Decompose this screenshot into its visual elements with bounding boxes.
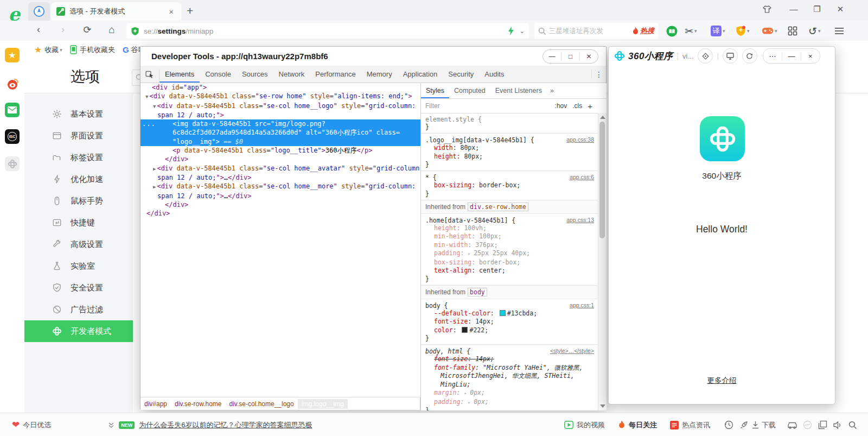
inherited-node-chip[interactable]: div.se-row.home	[468, 203, 528, 211]
code-line[interactable]: </div>	[141, 200, 420, 209]
styles-tab-computed[interactable]: Computed	[449, 84, 490, 98]
class-toggle-button[interactable]: .cls	[572, 102, 582, 110]
code-line[interactable]: "logo__img"> == $0	[141, 137, 420, 146]
devtools-more-icon[interactable]: ⋮	[591, 70, 606, 79]
collapse-chevrons-icon[interactable]	[108, 422, 114, 428]
favorites-dropdown-icon[interactable]: ▾	[60, 47, 62, 53]
style-rule[interactable]: app.css:6* {box-sizing: border-box;}	[421, 171, 598, 200]
css-property[interactable]: text-align: center;	[425, 267, 594, 275]
scissors-dropdown-icon[interactable]: ▾	[694, 28, 697, 34]
devtools-tab-security[interactable]: Security	[443, 66, 479, 83]
miniapp-desktop-icon[interactable]	[723, 48, 738, 64]
css-property[interactable]: min-width: 376px;	[425, 241, 594, 250]
devtools-tab-performance[interactable]: Performance	[310, 66, 361, 83]
css-property[interactable]: width: 80px;	[425, 144, 594, 153]
pseudo-state-button[interactable]: :hov	[555, 102, 567, 110]
style-rule[interactable]: app.css:13.home[data-v-584e45b1] {height…	[421, 214, 598, 286]
code-line[interactable]: <p data-v-584e45b1 class="logo__title">3…	[141, 146, 420, 155]
games-icon[interactable]: ▾	[762, 23, 777, 39]
sidebar-item-shield[interactable]: 安全设置	[24, 277, 133, 299]
speed-mode-lightning-icon[interactable]	[508, 27, 514, 35]
games-dropdown-icon[interactable]: ▾	[775, 28, 777, 34]
favorites-button[interactable]: ★ 收藏 ▾	[34, 45, 62, 55]
breadcrumb-item[interactable]: div#app	[141, 399, 171, 409]
scrollbar-thumb[interactable]	[599, 122, 605, 238]
css-property[interactable]: height: 100vh;	[425, 224, 594, 233]
sidebar-item-flask[interactable]: 实验室	[24, 255, 133, 277]
reading-mode-icon[interactable]	[666, 23, 678, 39]
code-line[interactable]: ...<img data-v-584e45b1 src="img/logo.pn…	[141, 119, 420, 128]
style-rule[interactable]: element.style {}	[421, 113, 598, 134]
breadcrumb-item[interactable]: div.se-row.home	[171, 399, 225, 409]
address-bar[interactable]: se://settings/miniapp ⌄	[126, 23, 529, 39]
security-shield-icon[interactable]: ▾	[736, 23, 750, 39]
code-line[interactable]: </div>	[141, 155, 420, 163]
sidebar-item-block[interactable]: 广告过滤	[24, 299, 133, 320]
reload-icon[interactable]: ⟳	[80, 24, 94, 36]
miniapp-header[interactable]: 360小程序 | vi... | ⋯ — ×	[609, 47, 835, 65]
new-tab-button[interactable]: +	[187, 4, 193, 17]
styles-tabs-overflow-icon[interactable]: »	[550, 87, 554, 94]
code-line[interactable]: span 12 / auto;">	[141, 111, 420, 119]
sidebar-item-window[interactable]: 界面设置	[24, 125, 133, 147]
sidebar-item-tab[interactable]: 标签设置	[24, 147, 133, 168]
css-property[interactable]: --default-color: #13cbda;	[425, 309, 594, 318]
miniapp-minimize-button[interactable]: —	[782, 52, 801, 60]
my-videos-button[interactable]: 我的视频	[564, 420, 605, 430]
css-property[interactable]: box-sizing: border-box;	[425, 258, 594, 267]
sidebar-item-bolt[interactable]: 优化加速	[24, 168, 133, 190]
miniapp-more-button[interactable]: ⋯	[763, 52, 782, 60]
minimize-button[interactable]: —	[786, 4, 802, 14]
css-property[interactable]: padding: ▸ 0px;	[425, 398, 594, 407]
stylesheet-link[interactable]: app.css:1	[570, 302, 594, 308]
code-line[interactable]: span 12 / auto;">…</div>	[141, 173, 420, 182]
styles-tab-event-listeners[interactable]: Event Listeners	[490, 84, 547, 98]
tab-close-icon[interactable]: ×	[167, 7, 176, 16]
back-icon[interactable]: ‹	[31, 24, 46, 35]
devtools-tab-application[interactable]: Application	[398, 66, 443, 83]
screenshot-scissors-icon[interactable]: ✂▾	[685, 23, 697, 39]
styles-tab-styles[interactable]: Styles	[421, 84, 449, 98]
filter-input[interactable]: Filter	[425, 102, 440, 110]
devtools-tab-console[interactable]: Console	[200, 66, 237, 83]
search-box[interactable]: 三星堆遗址再次发 热搜	[534, 23, 658, 39]
active-tab[interactable]: 选项 - 开发者模式 ×	[51, 2, 181, 21]
speaker-icon[interactable]	[830, 421, 845, 429]
translate-dropdown-icon[interactable]: ▾	[723, 28, 725, 34]
history-icon[interactable]	[721, 420, 736, 429]
devtools-tab-sources[interactable]: Sources	[237, 66, 273, 83]
css-property[interactable]: margin: ▸ 0px;	[425, 389, 594, 398]
style-rule[interactable]: <style>…</style>body, html {font-size: 1…	[421, 345, 598, 410]
shield-dropdown-icon[interactable]: ▾	[747, 28, 750, 34]
restore-dropdown-icon[interactable]: ▾	[818, 28, 821, 34]
devtools-tab-memory[interactable]: Memory	[361, 66, 398, 83]
color-swatch[interactable]	[500, 310, 506, 316]
inherited-node-chip[interactable]: body	[468, 288, 487, 296]
code-line[interactable]: </div>	[141, 209, 420, 218]
stylesheet-link[interactable]: <style>…</style>	[550, 347, 594, 354]
bookmark-phone-folder[interactable]: 手机收藏夹	[70, 45, 115, 55]
stylesheet-link[interactable]: app.css:6	[570, 174, 594, 180]
miniapp-more-link[interactable]: 更多介绍	[609, 376, 835, 386]
windows-stack-icon[interactable]	[815, 420, 830, 429]
breadcrumb-item[interactable]: div.se-col.home__logo	[226, 399, 298, 409]
close-button[interactable]: ✕	[832, 4, 848, 14]
sidebar-item-gear[interactable]: 基本设置	[24, 103, 133, 125]
color-swatch[interactable]	[462, 327, 468, 333]
rail-weibo-icon[interactable]	[5, 77, 20, 91]
headline-link[interactable]: 为什么会丢失6岁以前的记忆？心理学家的答案细思恐极	[139, 420, 312, 430]
code-line[interactable]: ▼<div data-v-584e45b1 class="se-col home…	[141, 102, 420, 111]
css-property[interactable]: font-family: "Microsoft YaHei", 微软雅黑, Mi…	[425, 364, 594, 389]
rail-isc-icon[interactable]: ISC	[5, 129, 20, 144]
css-property[interactable]: box-sizing: border-box;	[425, 181, 594, 190]
devtools-maximize-button[interactable]: □	[561, 53, 579, 60]
rail-miniapp-icon[interactable]	[5, 156, 20, 171]
restore-session-icon[interactable]: ↺▾	[808, 23, 820, 39]
daily-pick-button[interactable]: ❤ 今日优选	[12, 419, 51, 431]
hot-news-button[interactable]: 热点资讯	[670, 420, 710, 430]
sidebar-item-mouse[interactable]: 鼠标手势	[24, 190, 133, 212]
css-property[interactable]: font-size: 14px;	[425, 318, 594, 326]
rail-favorites-icon[interactable]: ★	[5, 48, 20, 62]
devtools-tab-network[interactable]: Network	[273, 66, 310, 83]
css-property[interactable]: padding: ▸ 25px 25px 40px;	[425, 249, 594, 258]
